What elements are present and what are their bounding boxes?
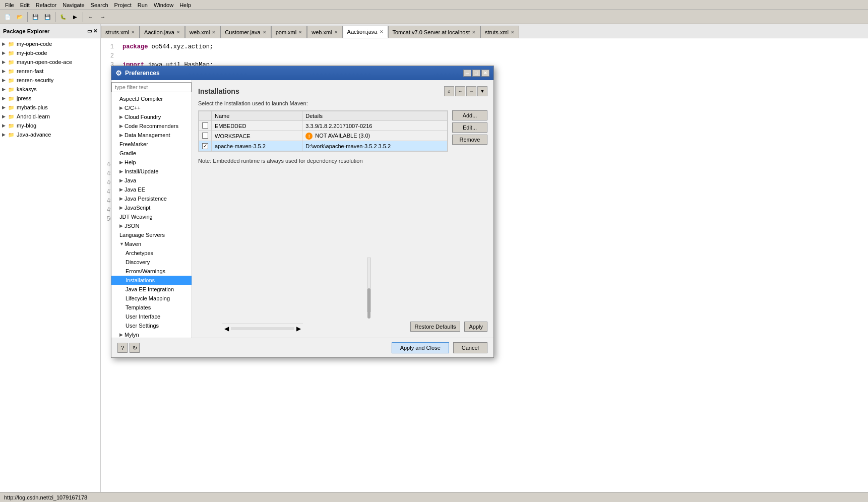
- pref-item-java-ee[interactable]: ▶ Java EE: [111, 185, 192, 194]
- table-row-embedded[interactable]: EMBEDDED 3.3.9/1.8.2.20171007-0216: [199, 121, 448, 131]
- sidebar-item-renren-security[interactable]: ▶ 📁 renren-security: [0, 76, 100, 85]
- close-icon[interactable]: ✕: [472, 30, 476, 35]
- tab-web-xml-2[interactable]: web.xml ✕: [307, 26, 342, 38]
- pref-item-user-settings[interactable]: User Settings: [111, 321, 192, 330]
- pref-nav-home[interactable]: ⌂: [444, 86, 454, 96]
- close-icon[interactable]: ✕: [298, 30, 302, 35]
- edit-button[interactable]: Edit...: [452, 122, 487, 133]
- pref-item-cloudfoundry[interactable]: ▶ Cloud Foundry: [111, 112, 192, 121]
- toolbar-open[interactable]: 📂: [14, 12, 25, 23]
- menu-window[interactable]: Window: [151, 1, 176, 9]
- toolbar-save[interactable]: 💾: [30, 12, 41, 23]
- toolbar-forward[interactable]: →: [97, 12, 108, 23]
- menu-help[interactable]: Help: [176, 1, 194, 9]
- checkbox-apache-maven[interactable]: ✓: [202, 143, 208, 149]
- tab-struts-xml-1[interactable]: struts.xml ✕: [101, 26, 140, 38]
- toolbar-debug[interactable]: 🐛: [57, 12, 69, 23]
- tab-web-xml-1[interactable]: web.xml ✕: [185, 26, 220, 38]
- pref-item-errors-warnings[interactable]: Errors/Warnings: [111, 267, 192, 276]
- dialog-maximize-btn[interactable]: □: [472, 70, 480, 77]
- checkbox-workspace[interactable]: [202, 133, 208, 139]
- checkbox-embedded[interactable]: [202, 122, 208, 129]
- pref-item-lifecycle-mapping[interactable]: Lifecycle Mapping: [111, 294, 192, 303]
- table-row-workspace[interactable]: WORKSPACE ! NOT AVAILABLE (3.0): [199, 131, 448, 141]
- sidebar-item-mayun[interactable]: ▶ 📁 mayun-open-code-ace: [0, 57, 100, 67]
- pref-item-java-ee-integration[interactable]: Java EE Integration: [111, 285, 192, 294]
- dialog-minimize-btn[interactable]: ─: [463, 70, 471, 77]
- pref-nav-back[interactable]: ←: [455, 86, 465, 96]
- sidebar-minimize[interactable]: ▭ ✕: [87, 28, 97, 34]
- sidebar-item-renren-fast[interactable]: ▶ 📁 renren-fast: [0, 67, 100, 76]
- toolbar-run[interactable]: ▶: [70, 12, 81, 23]
- pref-item-install-update[interactable]: ▶ Install/Update: [111, 167, 192, 176]
- menu-edit[interactable]: Edit: [17, 1, 33, 9]
- remove-button[interactable]: Remove: [452, 135, 487, 145]
- pref-item-maven[interactable]: ▼ Maven: [111, 239, 192, 248]
- dialog-close-btn[interactable]: ✕: [481, 70, 489, 77]
- help-icon-btn[interactable]: ?: [117, 343, 128, 353]
- pref-item-discovery[interactable]: Discovery: [111, 258, 192, 267]
- menu-navigate[interactable]: Navigate: [59, 1, 87, 9]
- tab-tomcat[interactable]: Tomcat v7.0 Server at localhost ✕: [388, 26, 480, 38]
- pref-item-mylyn[interactable]: ▶ Mylyn: [111, 330, 192, 338]
- pref-item-user-interface[interactable]: User Interface: [111, 312, 192, 321]
- close-icon[interactable]: ✕: [263, 30, 267, 35]
- tab-struts-xml-2[interactable]: struts.xml ✕: [480, 26, 519, 38]
- tab-aaction-java-1[interactable]: Aaction.java ✕: [140, 26, 185, 38]
- close-icon[interactable]: ✕: [334, 30, 338, 35]
- pref-item-javascript[interactable]: ▶ JavaScript: [111, 203, 192, 212]
- menu-search[interactable]: Search: [88, 1, 111, 9]
- pref-item-templates[interactable]: Templates: [111, 303, 192, 312]
- checkbox-cell[interactable]: [199, 131, 212, 141]
- tab-pom-xml[interactable]: pom.xml ✕: [271, 26, 307, 38]
- cancel-button[interactable]: Cancel: [453, 342, 487, 353]
- pref-item-json[interactable]: ▶ JSON: [111, 221, 192, 230]
- pref-filter-input[interactable]: [111, 82, 192, 92]
- menu-refactor[interactable]: Refactor: [33, 1, 60, 9]
- add-button[interactable]: Add...: [452, 110, 487, 120]
- sidebar-item-jpress[interactable]: ▶ 📁 jpress: [0, 94, 100, 103]
- menu-run[interactable]: Run: [135, 1, 151, 9]
- pref-item-language-servers[interactable]: Language Servers: [111, 230, 192, 239]
- pref-item-freemarker[interactable]: FreeMarker: [111, 140, 192, 149]
- pref-nav-forward[interactable]: →: [466, 86, 476, 96]
- sidebar-item-my-open-code[interactable]: ▶ 📁 my-open-code: [0, 39, 100, 48]
- pref-item-aspectj[interactable]: AspectJ Compiler: [111, 94, 192, 103]
- sidebar-item-my-job-code[interactable]: ▶ 📁 my-job-code: [0, 48, 100, 57]
- close-icon[interactable]: ✕: [511, 30, 515, 35]
- pref-item-archetypes[interactable]: Archetypes: [111, 248, 192, 258]
- toolbar-save-all[interactable]: 💾: [42, 12, 53, 23]
- sidebar-item-java-advance[interactable]: ▶ 📁 Java-advance: [0, 130, 100, 139]
- sidebar-item-my-blog[interactable]: ▶ 📁 my-blog: [0, 121, 100, 130]
- checkbox-cell[interactable]: [199, 121, 212, 131]
- sidebar-item-android-learn[interactable]: ▶ 📁 Android-learn: [0, 112, 100, 121]
- pref-item-java[interactable]: ▶ Java: [111, 176, 192, 185]
- tab-customer-java[interactable]: Customer.java ✕: [220, 26, 271, 38]
- pref-item-data-management[interactable]: ▶ Data Management: [111, 131, 192, 140]
- pref-nav-menu[interactable]: ▼: [477, 86, 487, 96]
- menu-file[interactable]: File: [2, 1, 17, 9]
- sidebar-item-mybatis-plus[interactable]: ▶ 📁 mybatis-plus: [0, 103, 100, 112]
- apply-and-close-button[interactable]: Apply and Close: [392, 342, 449, 353]
- close-icon[interactable]: ✕: [131, 30, 135, 35]
- close-icon[interactable]: ✕: [176, 30, 180, 35]
- sidebar-item-kakasys[interactable]: ▶ 📁 kakasys: [0, 85, 100, 94]
- pref-item-cpp[interactable]: ▶ C/C++: [111, 103, 192, 112]
- refresh-icon-btn[interactable]: ↻: [130, 343, 140, 353]
- pref-item-code-recommenders[interactable]: ▶ Code Recommenders: [111, 121, 192, 131]
- toolbar-new[interactable]: 📄: [2, 12, 13, 23]
- table-row-apache-maven[interactable]: ✓ apache-maven-3.5.2 D:\work\apache-mave…: [199, 141, 448, 151]
- apply-button[interactable]: Apply: [464, 322, 487, 332]
- pref-item-java-persistence[interactable]: ▶ Java Persistence: [111, 194, 192, 203]
- pref-item-jdt-weaving[interactable]: JDT Weaving: [111, 212, 192, 221]
- tab-aaction-java-active[interactable]: Aaction.java ✕: [343, 26, 388, 38]
- restore-defaults-button[interactable]: Restore Defaults: [410, 322, 461, 332]
- close-icon[interactable]: ✕: [380, 29, 384, 34]
- pref-item-gradle[interactable]: Gradle: [111, 149, 192, 158]
- menu-project[interactable]: Project: [111, 1, 135, 9]
- toolbar-back[interactable]: ←: [85, 12, 96, 23]
- pref-item-help[interactable]: ▶ Help: [111, 158, 192, 167]
- close-icon[interactable]: ✕: [212, 30, 216, 35]
- checkbox-cell[interactable]: ✓: [199, 141, 212, 151]
- pref-item-installations[interactable]: Installations: [111, 276, 192, 285]
